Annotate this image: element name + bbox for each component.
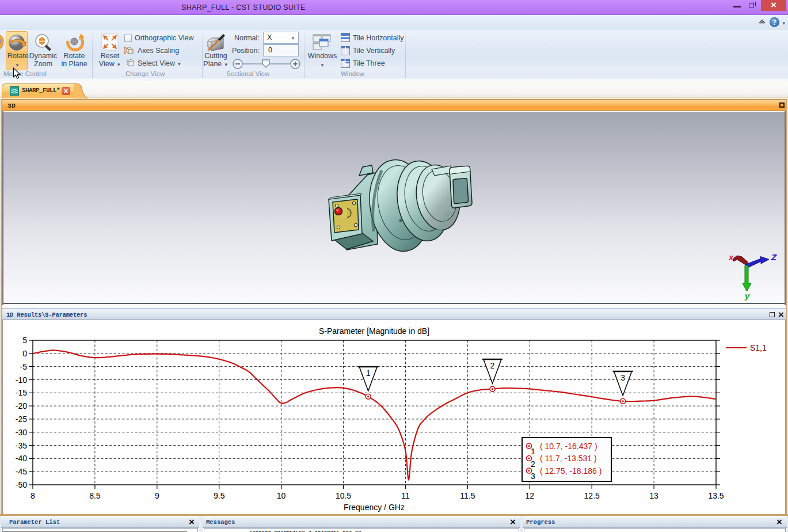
- svg-text:-25: -25: [16, 415, 27, 424]
- svg-text:10.5: 10.5: [336, 491, 351, 500]
- svg-text:8.5: 8.5: [89, 491, 101, 500]
- svg-text:8: 8: [31, 491, 35, 500]
- svg-text:3: 3: [531, 472, 535, 481]
- svg-text:-15: -15: [16, 388, 27, 397]
- svg-text:13.5: 13.5: [708, 491, 724, 500]
- svg-text:-50: -50: [16, 480, 27, 489]
- svg-text:( 12.75, -18.186 ): ( 12.75, -18.186 ): [540, 466, 602, 476]
- svg-text:2: 2: [531, 459, 535, 469]
- svg-text:-10: -10: [16, 375, 27, 385]
- svg-text:-30: -30: [16, 428, 27, 437]
- svg-text:12.5: 12.5: [584, 491, 600, 500]
- svg-text:13: 13: [649, 491, 658, 500]
- svg-text:S1,1: S1,1: [750, 343, 767, 352]
- svg-text:( 11.7, -13.531 ): ( 11.7, -13.531 ): [540, 454, 597, 463]
- svg-text:9: 9: [155, 491, 159, 500]
- svg-text:Z: Z: [771, 252, 777, 262]
- svg-text:x: x: [728, 252, 734, 262]
- svg-text:-40: -40: [16, 454, 27, 463]
- svg-text:9.5: 9.5: [214, 491, 225, 500]
- svg-text:11.5: 11.5: [460, 491, 475, 500]
- svg-text:1: 1: [366, 368, 371, 378]
- svg-text:-45: -45: [16, 467, 27, 476]
- svg-text:1: 1: [531, 447, 535, 456]
- svg-text:11: 11: [401, 491, 410, 500]
- svg-text:S-Parameter [Magnitude in dB]: S-Parameter [Magnitude in dB]: [319, 326, 429, 336]
- svg-text:Frequency / GHz: Frequency / GHz: [344, 503, 405, 512]
- svg-text:-20: -20: [16, 401, 27, 411]
- svg-text:( 10.7, -16.437 ): ( 10.7, -16.437 ): [540, 442, 597, 451]
- svg-text:0: 0: [22, 349, 27, 358]
- svg-text:10: 10: [277, 491, 286, 500]
- svg-text:12: 12: [526, 491, 535, 500]
- svg-text:5: 5: [22, 336, 27, 345]
- svg-text:y: y: [744, 291, 750, 301]
- svg-text:2: 2: [490, 361, 495, 370]
- svg-text:-35: -35: [16, 441, 27, 450]
- svg-text:-5: -5: [20, 362, 28, 371]
- svg-text:3: 3: [620, 373, 625, 382]
